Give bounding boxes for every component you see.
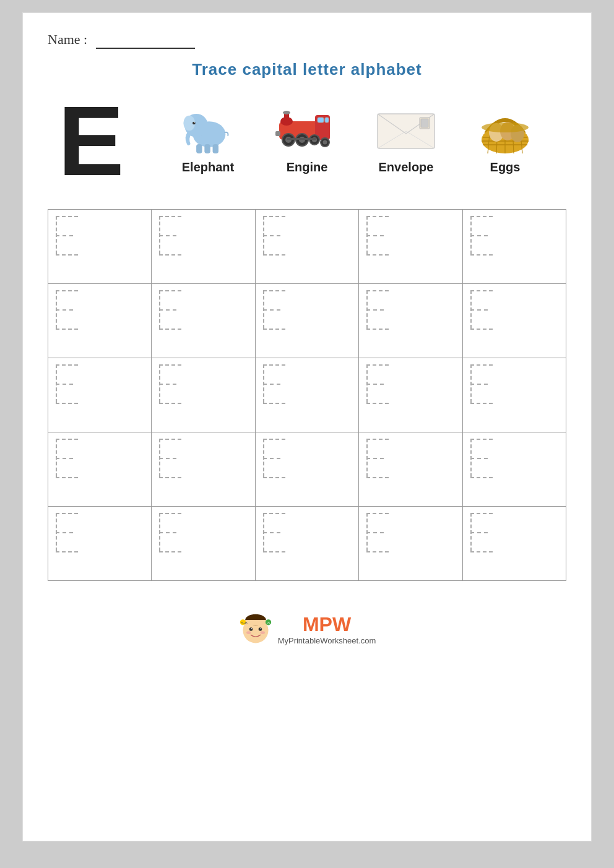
trace-cell[interactable] <box>48 507 152 581</box>
svg-point-3 <box>192 122 196 125</box>
trace-cell[interactable] <box>48 210 152 284</box>
trace-cell[interactable] <box>152 284 255 358</box>
mpw-icon: 5+B √5 <box>238 612 273 647</box>
footer-text-block: MPW MyPrintableWorksheet.com <box>278 613 376 645</box>
images-row: Elephant <box>168 101 545 174</box>
trace-cell[interactable] <box>255 210 358 284</box>
trace-grid <box>48 209 566 581</box>
engine-label: Engine <box>287 160 328 174</box>
trace-cell[interactable] <box>152 432 255 507</box>
svg-point-22 <box>323 140 327 144</box>
image-item-eggs: Eggs <box>465 101 545 174</box>
trace-cell[interactable] <box>48 358 152 432</box>
svg-rect-24 <box>275 131 280 136</box>
big-letter-e: E <box>48 92 134 191</box>
envelope-image <box>372 101 440 157</box>
trace-cell[interactable] <box>359 432 462 507</box>
trace-row-5 <box>48 507 566 581</box>
svg-point-44 <box>482 122 529 132</box>
trace-cell[interactable] <box>255 284 358 358</box>
footer: 5+B √5 MPW MyPrintableWorksheet.com <box>48 606 566 647</box>
trace-row-1 <box>48 210 566 284</box>
trace-cell[interactable] <box>462 210 566 284</box>
svg-point-49 <box>258 627 262 631</box>
trace-cell[interactable] <box>255 358 358 432</box>
worksheet-page: Name : Trace capital letter alphabet E <box>22 12 592 841</box>
trace-cell[interactable] <box>152 507 255 581</box>
trace-cell[interactable] <box>462 358 566 432</box>
svg-point-50 <box>251 628 252 629</box>
trace-cell[interactable] <box>48 284 152 358</box>
trace-row-4 <box>48 432 566 507</box>
trace-row-2 <box>48 284 566 358</box>
svg-text:√5: √5 <box>266 622 270 625</box>
name-line: Name : <box>48 32 566 49</box>
trace-cell[interactable] <box>255 507 358 581</box>
svg-point-4 <box>194 122 196 123</box>
eggs-label: Eggs <box>490 160 521 174</box>
trace-cell[interactable] <box>359 284 462 358</box>
svg-rect-6 <box>204 144 210 153</box>
trace-cell[interactable] <box>359 507 462 581</box>
trace-row-3 <box>48 358 566 432</box>
images-column: Elephant <box>147 101 566 182</box>
svg-point-12 <box>283 111 290 114</box>
eggs-image <box>471 101 539 157</box>
top-section: E <box>48 92 566 191</box>
trace-cell[interactable] <box>255 432 358 507</box>
svg-rect-23 <box>287 138 316 140</box>
svg-rect-47 <box>245 620 266 625</box>
trace-cell[interactable] <box>462 507 566 581</box>
svg-rect-14 <box>325 118 329 122</box>
svg-rect-13 <box>318 118 324 122</box>
footer-url: MyPrintableWorksheet.com <box>278 636 376 645</box>
svg-point-53 <box>260 631 264 634</box>
elephant-label: Elephant <box>182 160 234 174</box>
image-item-envelope: Envelope <box>366 101 446 174</box>
svg-text:5+B: 5+B <box>241 621 247 625</box>
svg-rect-7 <box>213 144 218 153</box>
trace-cell[interactable] <box>462 432 566 507</box>
svg-point-48 <box>249 627 253 631</box>
svg-rect-5 <box>196 144 202 153</box>
trace-cell[interactable] <box>152 358 255 432</box>
footer-logo: 5+B √5 MPW MyPrintableWorksheet.com <box>48 612 566 647</box>
footer-brand: MPW <box>278 613 376 636</box>
image-item-elephant: Elephant <box>168 101 248 174</box>
svg-rect-31 <box>421 119 428 127</box>
trace-cell[interactable] <box>48 432 152 507</box>
svg-point-52 <box>246 631 251 634</box>
svg-point-51 <box>260 628 261 629</box>
trace-cell[interactable] <box>152 210 255 284</box>
trace-cell[interactable] <box>359 358 462 432</box>
envelope-label: Envelope <box>379 160 434 174</box>
worksheet-title: Trace capital letter alphabet <box>48 60 566 79</box>
elephant-image <box>174 101 242 157</box>
trace-cell[interactable] <box>462 284 566 358</box>
engine-image <box>273 101 341 157</box>
image-item-engine: Engine <box>267 101 347 174</box>
trace-cell[interactable] <box>359 210 462 284</box>
